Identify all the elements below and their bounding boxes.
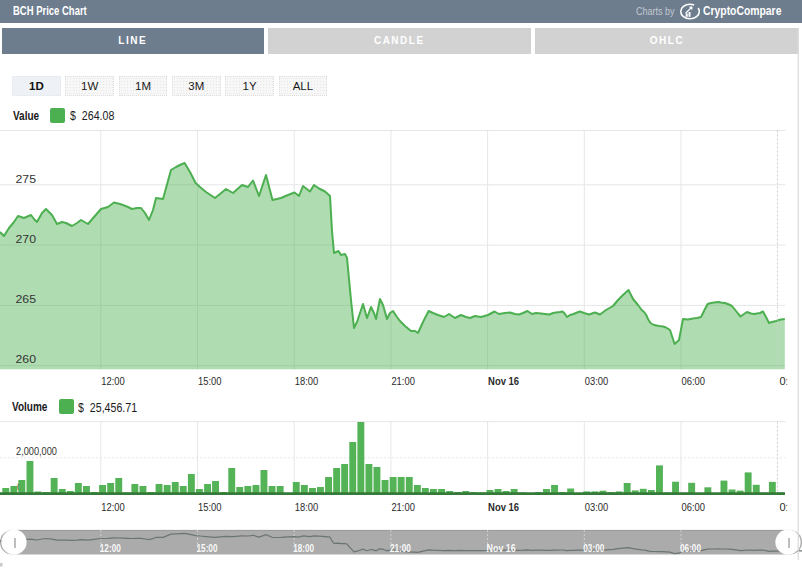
svg-text:21:00: 21:00 — [390, 542, 411, 554]
svg-text:03:00: 03:00 — [585, 375, 609, 387]
svg-text:06:00: 06:00 — [680, 542, 701, 554]
svg-text:Nov 16: Nov 16 — [488, 501, 519, 513]
svg-text:15:00: 15:00 — [198, 501, 222, 513]
svg-text:12:00: 12:00 — [101, 375, 125, 387]
svg-text:2,000,000: 2,000,000 — [16, 445, 57, 457]
svg-text:21:00: 21:00 — [391, 375, 415, 387]
svg-text:21:00: 21:00 — [391, 501, 415, 513]
svg-text:Nov 16: Nov 16 — [487, 542, 516, 554]
svg-text:15:00: 15:00 — [198, 375, 222, 387]
svg-text:265: 265 — [16, 293, 37, 305]
svg-text:06:00: 06:00 — [682, 501, 706, 513]
svg-text:03:00: 03:00 — [585, 501, 609, 513]
svg-text:275: 275 — [16, 173, 37, 185]
svg-text:06:00: 06:00 — [682, 375, 706, 387]
svg-text:12:00: 12:00 — [100, 542, 121, 554]
svg-text:270: 270 — [16, 233, 37, 245]
svg-text:15:00: 15:00 — [197, 542, 218, 554]
svg-text:18:00: 18:00 — [295, 375, 319, 387]
svg-text:18:00: 18:00 — [295, 501, 319, 513]
svg-text:12:00: 12:00 — [101, 501, 125, 513]
svg-text:Nov 16: Nov 16 — [488, 375, 519, 387]
svg-text:260: 260 — [16, 353, 37, 365]
svg-text:18:00: 18:00 — [293, 542, 314, 554]
svg-text:03:00: 03:00 — [583, 542, 604, 554]
